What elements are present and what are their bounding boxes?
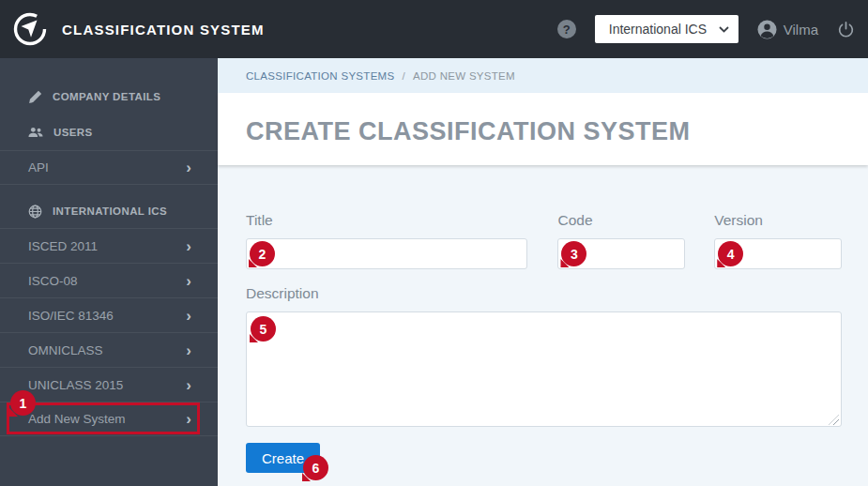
topbar-actions: ? International ICS Vilma (557, 15, 855, 43)
sidebar-group-international-ics[interactable]: INTERNATIONAL ICS (0, 194, 218, 228)
annotation-badge-6: 6 (303, 455, 328, 480)
user-avatar-icon (757, 20, 777, 39)
sidebar-item-isco-08[interactable]: ISCO-08 › (0, 263, 218, 297)
description-label: Description (246, 285, 842, 302)
breadcrumb-classification-systems[interactable]: CLASSIFICATION SYSTEMS (246, 70, 394, 82)
chevron-right-icon: › (186, 273, 191, 289)
page-header: CREATE CLASSIFICATION SYSTEM (218, 93, 868, 165)
user-menu[interactable]: Vilma (757, 20, 818, 39)
page-title: CREATE CLASSIFICATION SYSTEM (246, 117, 691, 146)
sidebar-item-label: OMNICLASS (28, 343, 103, 357)
sidebar-item-users[interactable]: USERS (0, 114, 218, 150)
code-field-group: Code 3 (557, 212, 685, 269)
sidebar-item-label: API (28, 160, 49, 175)
breadcrumb: CLASSIFICATION SYSTEMS / ADD NEW SYSTEM (218, 58, 868, 93)
description-textarea[interactable] (246, 311, 842, 427)
create-button-wrap: Create 6 (246, 443, 320, 473)
annotation-badge-5: 5 (251, 316, 276, 342)
sidebar-item-label: INTERNATIONAL ICS (53, 205, 167, 217)
sidebar-item-company-details[interactable]: COMPANY DETAILS (0, 79, 218, 114)
pencil-icon (28, 90, 42, 104)
description-field-group: Description 5 (246, 285, 842, 431)
help-icon[interactable]: ? (557, 20, 576, 38)
sidebar-item-api[interactable]: API › (0, 150, 218, 185)
chevron-right-icon: › (186, 308, 191, 324)
environment-select-value: International ICS (609, 22, 707, 37)
chevron-down-icon (719, 26, 729, 33)
sidebar-item-label: ISO/IEC 81346 (28, 309, 114, 323)
title-input[interactable] (246, 238, 527, 269)
title-label: Title (246, 212, 527, 229)
app-title: CLASSIFICATION SYSTEM (62, 22, 265, 38)
sidebar-item-label: COMPANY DETAILS (53, 91, 160, 102)
breadcrumb-current: ADD NEW SYSTEM (413, 70, 515, 82)
sidebar-item-label: USERS (53, 127, 93, 138)
create-system-form: Title 2 Code 3 Version 4 (218, 165, 868, 473)
globe-icon (28, 205, 42, 219)
top-bar: CLASSIFICATION SYSTEM ? International IC… (0, 0, 868, 58)
sidebar: COMPANY DETAILS USERS API › INTERNATIONA… (0, 58, 218, 486)
main-content: CLASSIFICATION SYSTEMS / ADD NEW SYSTEM … (218, 58, 868, 486)
annotation-badge-1: 1 (10, 390, 36, 416)
version-label: Version (714, 212, 842, 229)
environment-select[interactable]: International ICS (595, 15, 739, 43)
sidebar-item-isced-2011[interactable]: ISCED 2011 › (0, 228, 218, 263)
users-icon (28, 126, 43, 139)
chevron-right-icon: › (186, 342, 191, 358)
chevron-right-icon: › (186, 238, 191, 254)
version-field-group: Version 4 (714, 212, 842, 269)
app-logo-icon (11, 10, 49, 48)
sidebar-item-label: ISCO-08 (28, 274, 78, 288)
code-label: Code (557, 212, 685, 229)
chevron-right-icon: › (186, 411, 191, 427)
title-field-group: Title 2 (246, 212, 527, 269)
chevron-right-icon: › (186, 159, 191, 175)
user-name: Vilma (784, 22, 818, 38)
sidebar-item-iso-iec-81346[interactable]: ISO/IEC 81346 › (0, 297, 218, 332)
sidebar-item-label: UNICLASS 2015 (28, 378, 123, 392)
sidebar-item-label: Add New System (28, 412, 126, 426)
sidebar-item-omniclass[interactable]: OMNICLASS › (0, 332, 218, 367)
brand: CLASSIFICATION SYSTEM (11, 10, 265, 48)
logout-power-icon[interactable] (837, 21, 855, 38)
sidebar-item-label: ISCED 2011 (28, 239, 98, 253)
annotation-badge-2: 2 (250, 241, 275, 266)
breadcrumb-separator: / (402, 70, 405, 82)
chevron-right-icon: › (186, 377, 191, 393)
